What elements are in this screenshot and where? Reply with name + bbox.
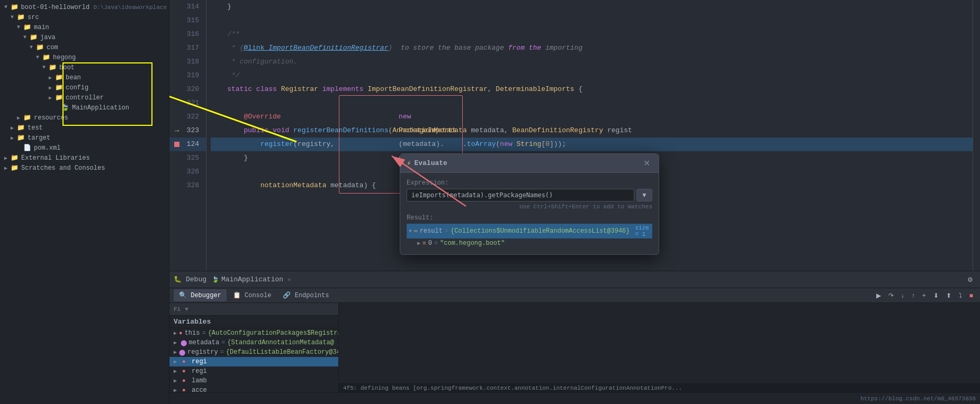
close-debug-icon[interactable]: ✕ [287, 276, 291, 283]
tab-endpoints[interactable]: 🔗 Endpoints [277, 289, 334, 301]
tree-item-extlib[interactable]: ▶ 📁 External Libraries [0, 153, 169, 163]
tree-item-src[interactable]: ▼ 📁 src [0, 12, 169, 22]
var-metadata[interactable]: ▶ ⬤ metadata = {StandardAnnotationMetada… [169, 338, 338, 347]
line-num-317: 317 [184, 41, 205, 55]
tree-item-boot[interactable]: ▼ 📁 boot [0, 62, 169, 72]
tree-arrow-boot[interactable]: ▼ [42, 65, 49, 70]
tree-arrow-java[interactable]: ▼ [23, 34, 30, 40]
var-expand-this[interactable]: ▶ [174, 330, 177, 336]
result-root-item[interactable]: ▼ ∞ result = {Collections$UnmodifiableRa… [407, 224, 652, 238]
var-acce[interactable]: ▶ ● acce [169, 385, 338, 392]
tree-item-main[interactable]: ▼ 📁 main [0, 22, 169, 32]
tree-label-config: config [66, 84, 88, 91]
var-this[interactable]: ▶ ● this = {AutoConfigurationPackages$Re… [169, 328, 338, 338]
tree-item-root[interactable]: ▼ 📁 boot-01-helloworld D:\Java\ideaworkp… [0, 2, 169, 12]
folder-icon-bean: 📁 [55, 74, 65, 81]
step-over-button[interactable]: ↷ [886, 290, 896, 301]
code-line-315 [211, 14, 973, 27]
line-num-325: 325 [184, 151, 205, 165]
settings-button[interactable]: ⚙ [965, 274, 976, 285]
tree-item-pom[interactable]: 📄 pom.xml [0, 143, 169, 153]
tab-console[interactable]: 📋 Console [228, 289, 277, 301]
var-expand-regi-selected[interactable]: ▶ [174, 359, 180, 365]
result-child-0[interactable]: ▶ ≡ 0 = "com.hegong.boot" [407, 238, 652, 248]
endpoints-icon: 🔗 [283, 292, 291, 299]
run-to-cursor-button[interactable]: ⤵ [956, 290, 965, 301]
tree-item-bean[interactable]: ▶ 📁 bean [0, 72, 169, 82]
result-expand-arrow[interactable]: ▼ [409, 228, 412, 234]
tree-arrow-resources[interactable]: ▶ [17, 115, 23, 121]
folder-icon-scratches: 📁 [11, 164, 20, 172]
tree-item-controller[interactable]: ▶ 📁 controller [0, 93, 169, 103]
tree-item-mainapp[interactable]: 🍃 MainApplication [0, 103, 169, 113]
tree-arrow-test[interactable]: ▶ [11, 125, 17, 131]
result-tree: ▼ ∞ result = {Collections$UnmodifiableRa… [407, 224, 652, 248]
tree-arrow-extlib[interactable]: ▶ [4, 155, 11, 161]
folder-icon-java: 📁 [30, 33, 39, 41]
tree-arrow-bean[interactable]: ▶ [49, 75, 55, 81]
var-expand-regi2[interactable]: ▶ [174, 368, 180, 374]
var-regi-selected[interactable]: ▶ ● regi [169, 357, 338, 366]
line-num-322: 322 [184, 110, 205, 124]
line-num-316: 316 [184, 27, 205, 41]
dialog-titlebar: ⚡ Evaluate ✕ [400, 154, 659, 173]
var-expand-registry[interactable]: ▶ [174, 349, 177, 355]
tree-label-root: boot-01-helloworld D:\Java\ideaworkplace [21, 4, 167, 11]
frames-dropdown-icon[interactable]: ▼ [185, 306, 188, 313]
debug-app-name: MainApplication [221, 276, 283, 283]
evaluate-dialog: ⚡ Evaluate ✕ Expression: ▼ Use Ctrl+Shif… [400, 153, 659, 255]
var-regi2[interactable]: ▶ ● regi [169, 366, 338, 376]
var-icon-lamb: ● [182, 378, 190, 384]
resume-button[interactable]: ▶ [874, 290, 884, 301]
var-expand-acce[interactable]: ▶ [174, 387, 180, 392]
tree-arrow-src[interactable]: ▼ [11, 14, 17, 20]
folder-icon-extlib: 📁 [11, 154, 20, 162]
tree-item-resources[interactable]: ▶ 📁 resources [0, 113, 169, 123]
step-into-button[interactable]: ↓ [898, 290, 907, 301]
tree-label-test: test [28, 124, 43, 132]
tree-label-bean: bean [66, 74, 81, 81]
step-out-button[interactable]: ↑ [909, 290, 918, 301]
var-expand-lamb[interactable]: ▶ [174, 378, 180, 384]
frames-panel: Fi ▼ Variables ▶ ● this = {AutoConfigura… [169, 303, 339, 392]
code-line-314: } [211, 0, 973, 14]
tab-debugger[interactable]: 🔍 Debugger [174, 289, 227, 301]
tree-arrow-hegong[interactable]: ▼ [36, 54, 42, 60]
tree-item-com[interactable]: ▼ 📁 com [0, 42, 169, 52]
upload-button[interactable]: ⬆ [943, 290, 954, 301]
tree-item-test[interactable]: ▶ 📁 test [0, 123, 169, 133]
tree-arrow-target[interactable]: ▶ [11, 135, 17, 141]
var-lamb[interactable]: ▶ ● lamb [169, 376, 338, 385]
expression-dropdown-button[interactable]: ▼ [636, 189, 652, 201]
debug-status-bar: 4f5: defining beans [org.springframework… [339, 383, 980, 392]
tree-arrow-root[interactable]: ▼ [4, 4, 11, 10]
tree-item-target[interactable]: ▶ 📁 target [0, 133, 169, 143]
expression-input[interactable] [407, 189, 634, 201]
result-child-arrow[interactable]: ▶ [417, 240, 420, 246]
tree-item-config[interactable]: ▶ 📁 config [0, 82, 169, 93]
var-registry[interactable]: ▶ ⬤ registry = {DefaultListableBeanFacto… [169, 347, 338, 357]
debug-panel: 🐛 Debug 🍃 MainApplication ✕ ⚙ 🔍 Debugger… [169, 271, 980, 392]
tree-arrow-scratches[interactable]: ▶ [4, 165, 11, 171]
tree-item-hegong[interactable]: ▼ 📁 hegong [0, 52, 169, 62]
tree-arrow-main[interactable]: ▼ [17, 24, 23, 30]
add-watch-button[interactable]: + [920, 290, 929, 301]
download-button[interactable]: ⬇ [931, 290, 941, 301]
stop-button[interactable]: ■ [967, 290, 976, 301]
debug-panel-icon: 🐛 [174, 276, 182, 283]
line-num-315: 315 [184, 14, 205, 27]
tree-arrow-controller[interactable]: ▶ [49, 95, 55, 101]
var-expand-metadata[interactable]: ▶ [174, 339, 178, 346]
dialog-close-button[interactable]: ✕ [641, 158, 652, 168]
folder-icon-target: 📁 [17, 134, 26, 142]
tree-arrow-com[interactable]: ▼ [30, 44, 36, 50]
line-num-328: 328 [184, 179, 205, 192]
code-line-318: * configuration. [211, 55, 973, 69]
tree-arrow-config[interactable]: ▶ [49, 85, 55, 91]
tree-item-scratches[interactable]: ▶ 📁 Scratches and Consoles [0, 163, 169, 173]
variables-list: ▶ ● this = {AutoConfigurationPackages$Re… [169, 328, 338, 392]
result-label: Result: [407, 214, 652, 222]
expression-row: ▼ [407, 189, 652, 201]
folder-icon-config: 📁 [55, 84, 65, 91]
tree-item-java[interactable]: ▼ 📁 java [0, 32, 169, 42]
